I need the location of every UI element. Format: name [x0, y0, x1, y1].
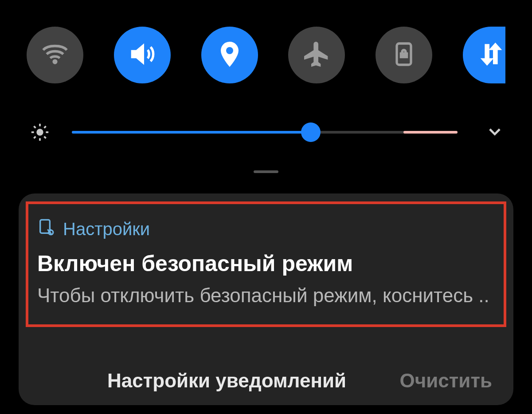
brightness-slider[interactable] — [72, 123, 458, 141]
panel-drag-handle[interactable] — [254, 170, 278, 173]
notification-app-name: Настройки — [63, 219, 150, 239]
location-icon — [215, 40, 244, 70]
svg-line-11 — [44, 126, 46, 128]
wifi-toggle[interactable] — [27, 27, 83, 83]
mobile-data-icon — [477, 40, 505, 70]
brightness-icon — [27, 122, 53, 142]
svg-line-9 — [44, 137, 46, 138]
notification-body: Чтобы отключить безопасный режим, коснит… — [37, 284, 495, 307]
mobile-data-toggle[interactable] — [463, 27, 505, 83]
safe-mode-notification[interactable]: Настройки Включен безопасный режим Чтобы… — [26, 201, 506, 327]
notifications-container: Настройки Включен безопасный режим Чтобы… — [19, 193, 513, 405]
notification-shade: Настройки Включен безопасный режим Чтобы… — [0, 0, 532, 414]
rotation-lock-toggle[interactable] — [376, 27, 432, 83]
location-toggle[interactable] — [201, 27, 258, 83]
chevron-down-icon — [486, 123, 503, 142]
svg-point-3 — [36, 129, 43, 135]
svg-point-1 — [226, 47, 233, 54]
settings-app-icon — [37, 218, 55, 240]
sound-icon — [128, 40, 156, 70]
notification-footer: Настройки уведомлений Очистить — [19, 356, 513, 405]
sound-toggle[interactable] — [114, 27, 171, 83]
notification-settings-button[interactable]: Настройки уведомлений — [107, 370, 346, 392]
quick-toggles-row — [27, 27, 505, 83]
svg-line-10 — [34, 137, 35, 138]
svg-point-0 — [53, 60, 57, 64]
rotation-lock-icon — [390, 40, 418, 70]
expand-panel-button[interactable] — [484, 123, 505, 142]
mobile-data-toggle-clip — [463, 27, 505, 83]
notification-title: Включен безопасный режим — [37, 251, 495, 276]
airplane-icon — [302, 40, 331, 70]
notification-app-row: Настройки — [37, 218, 495, 240]
brightness-row — [27, 114, 505, 150]
svg-line-8 — [34, 126, 35, 128]
clear-notifications-button[interactable]: Очистить — [400, 370, 492, 392]
wifi-icon — [41, 40, 69, 70]
brightness-thumb[interactable] — [301, 122, 321, 142]
airplane-toggle[interactable] — [288, 27, 345, 83]
